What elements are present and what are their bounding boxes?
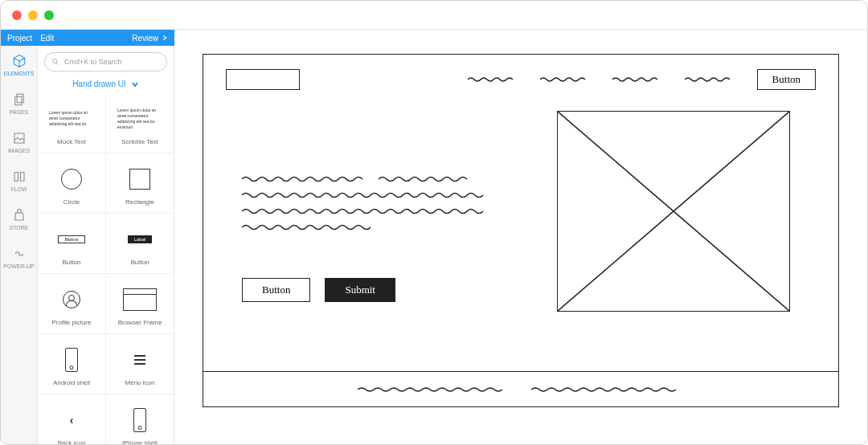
svg-line-6 (558, 112, 789, 311)
elements-panel: Cmd+K to Search Hand drawn UI Lorem ipsu… (38, 46, 174, 444)
mockup-browser-frame[interactable]: Button Button Submit (203, 54, 839, 407)
window-titlebar (1, 1, 867, 30)
svg-rect-2 (14, 133, 24, 143)
element-browser-frame[interactable]: Browser Frame (106, 274, 174, 333)
mockup-footer (203, 371, 838, 406)
svg-rect-1 (14, 96, 21, 105)
mockup-hero-text[interactable] (242, 175, 499, 239)
mockup-header-button[interactable]: Button (757, 69, 816, 90)
element-iphone-shell[interactable]: iPhone shell (106, 394, 174, 444)
element-scribble-text[interactable]: Lorem ipsum dolor sit amet consectetur a… (106, 93, 174, 153)
element-back-icon[interactable]: ‹ Back icon (38, 394, 106, 444)
element-mock-text[interactable]: Lorem ipsum dolor sit amet consectetur a… (38, 93, 106, 153)
chevron-down-icon (131, 80, 139, 88)
squiggle-nav-3[interactable] (612, 76, 661, 83)
menu-review[interactable]: Review (132, 34, 168, 43)
rail-images[interactable]: IMAGES (1, 123, 37, 161)
infinity-icon (12, 247, 27, 261)
chevron-right-icon (162, 35, 168, 41)
element-button-solid[interactable]: Label Button (106, 214, 174, 273)
search-icon (51, 58, 59, 66)
flow-icon (12, 169, 27, 184)
maximize-icon[interactable] (44, 10, 54, 20)
icon-rail: ELEMENTS PAGES IMAGES FLOW (1, 46, 38, 444)
menu-project[interactable]: Project (7, 34, 32, 43)
cube-icon (12, 54, 27, 68)
chevron-left-icon: ‹ (70, 414, 74, 427)
squiggle-nav-2[interactable] (540, 76, 588, 83)
category-dropdown[interactable]: Hand drawn UI (38, 75, 174, 93)
image-icon (12, 131, 27, 145)
squiggle-nav-1[interactable] (468, 76, 516, 83)
menu-edit[interactable]: Edit (40, 34, 54, 43)
element-menu-icon[interactable]: Menu icon (106, 334, 174, 394)
svg-rect-0 (17, 94, 23, 103)
element-circle[interactable]: Circle (38, 153, 106, 213)
svg-line-7 (558, 112, 789, 311)
squiggle-nav-4[interactable] (685, 76, 733, 83)
element-rectangle[interactable]: Rectangle (106, 153, 174, 213)
mockup-submit-button[interactable]: Submit (325, 278, 395, 302)
mockup-nav (468, 76, 733, 83)
close-icon[interactable] (12, 10, 22, 20)
search-input[interactable]: Cmd+K to Search (44, 52, 167, 71)
svg-point-5 (53, 59, 57, 63)
squiggle-footer-2[interactable] (531, 386, 684, 393)
rail-store[interactable]: STORE (1, 200, 37, 239)
element-profile-picture[interactable]: Profile picture (38, 274, 106, 333)
minimize-icon[interactable] (28, 10, 38, 20)
top-menu-bar: Project Edit Review (1, 30, 174, 46)
element-android-shell[interactable]: Android shell (38, 334, 106, 394)
mockup-button-primary[interactable]: Button (242, 278, 310, 302)
canvas[interactable]: Button Button Submit (174, 30, 867, 444)
rail-flow[interactable]: FLOW (1, 161, 37, 200)
svg-rect-3 (14, 173, 18, 182)
rail-elements[interactable]: ELEMENTS (1, 46, 37, 84)
element-button-outline[interactable]: Button Button (38, 214, 106, 273)
rail-powerup[interactable]: POWER-UP (1, 239, 37, 277)
x-icon (558, 112, 789, 311)
bag-icon (12, 208, 27, 222)
mockup-image-placeholder[interactable] (557, 111, 790, 312)
rail-pages[interactable]: PAGES (1, 84, 37, 123)
svg-rect-4 (20, 173, 24, 182)
mockup-logo-placeholder[interactable] (226, 69, 300, 90)
pages-icon (12, 92, 27, 107)
squiggle-footer-1[interactable] (358, 386, 510, 393)
